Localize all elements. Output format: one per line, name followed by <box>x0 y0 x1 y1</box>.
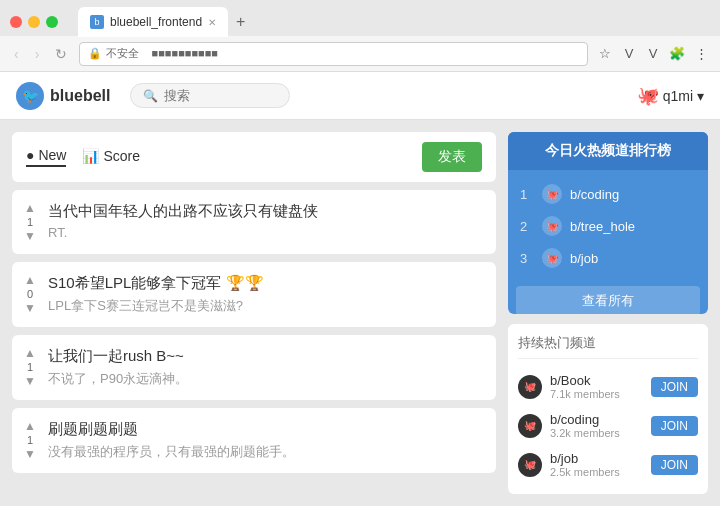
post-content: 让我们一起rush B~~ 不说了，P90永远滴神。 <box>48 347 484 388</box>
channel-icon: 🐙 <box>542 248 562 268</box>
vote-count: 1 <box>27 216 33 228</box>
trending-name: b/coding <box>570 187 619 202</box>
channel-item: 🐙 b/Book 7.1k members JOIN <box>518 367 698 406</box>
tab-title: bluebell_frontend <box>110 15 202 29</box>
channel-name[interactable]: b/coding <box>550 412 643 427</box>
channels-title: 持续热门频道 <box>518 334 698 359</box>
post-title[interactable]: 让我们一起rush B~~ <box>48 347 484 366</box>
upvote-button[interactable]: ▲ <box>24 202 36 214</box>
url-bar[interactable]: 🔒 不安全 ■■■■■■■■■■ <box>79 42 588 66</box>
post-subtitle: RT. <box>48 225 484 240</box>
post-title[interactable]: 刷题刷题刷题 <box>48 420 484 439</box>
search-input[interactable] <box>164 88 277 103</box>
post-subtitle: 没有最强的程序员，只有最强的刷题能手。 <box>48 443 484 461</box>
traffic-lights <box>10 16 58 28</box>
channel-avatar: 🐙 <box>518 414 542 438</box>
post-button[interactable]: 发表 <box>422 142 482 172</box>
post-composer: ● New 📊 Score 发表 <box>12 132 496 182</box>
post-content: 刷题刷题刷题 没有最强的程序员，只有最强的刷题能手。 <box>48 420 484 461</box>
close-button[interactable] <box>10 16 22 28</box>
join-button[interactable]: JOIN <box>651 377 698 397</box>
tab-close-icon[interactable]: ✕ <box>208 17 216 28</box>
post-card: ▲ 1 ▼ 当代中国年轻人的出路不应该只有键盘侠 RT. <box>12 190 496 254</box>
channel-name[interactable]: b/job <box>550 451 643 466</box>
new-tab[interactable]: ● New <box>26 147 66 167</box>
trending-header: 今日火热频道排行榜 <box>508 132 708 170</box>
extensions-icon[interactable]: V <box>620 45 638 63</box>
upvote-button[interactable]: ▲ <box>24 274 36 286</box>
app-header: 🐦 bluebell 🔍 🐙 q1mi ▾ <box>0 72 720 120</box>
trending-rank: 3 <box>520 251 534 266</box>
new-tab-button[interactable]: + <box>228 7 253 37</box>
star-icon[interactable]: ☆ <box>596 45 614 63</box>
trending-card: 今日火热频道排行榜 1 🐙 b/coding 2 🐙 b/tree_hole 3… <box>508 132 708 314</box>
reload-button[interactable]: ↻ <box>51 44 71 64</box>
composer-tabs: ● New 📊 Score <box>26 147 140 167</box>
upvote-button[interactable]: ▲ <box>24 420 36 432</box>
channel-info: b/Book 7.1k members <box>550 373 643 400</box>
profile-icon[interactable]: V <box>644 45 662 63</box>
dropdown-icon[interactable]: ▾ <box>697 88 704 104</box>
navigation-bar: ‹ › ↻ 🔒 不安全 ■■■■■■■■■■ ☆ V V 🧩 ⋮ <box>0 36 720 72</box>
forward-button[interactable]: › <box>31 44 44 64</box>
lock-icon: 🔒 <box>88 47 102 60</box>
vote-count: 1 <box>27 361 33 373</box>
minimize-button[interactable] <box>28 16 40 28</box>
vote-column: ▲ 0 ▼ <box>20 274 40 315</box>
new-tab-label: New <box>38 147 66 163</box>
trending-item[interactable]: 3 🐙 b/job <box>508 242 708 274</box>
downvote-button[interactable]: ▼ <box>24 375 36 387</box>
app-logo: 🐦 bluebell <box>16 82 110 110</box>
vote-count: 1 <box>27 434 33 446</box>
maximize-button[interactable] <box>46 16 58 28</box>
trending-name: b/tree_hole <box>570 219 635 234</box>
trending-item[interactable]: 1 🐙 b/coding <box>508 178 708 210</box>
new-dot-icon: ● <box>26 147 34 163</box>
post-card: ▲ 1 ▼ 让我们一起rush B~~ 不说了，P90永远滴神。 <box>12 335 496 400</box>
search-box[interactable]: 🔍 <box>130 83 290 108</box>
score-tab[interactable]: 📊 Score <box>82 148 140 166</box>
title-bar: b bluebell_frontend ✕ + <box>0 0 720 36</box>
upvote-button[interactable]: ▲ <box>24 347 36 359</box>
trending-list: 1 🐙 b/coding 2 🐙 b/tree_hole 3 🐙 b/job <box>508 170 708 282</box>
tab-favicon: b <box>90 15 104 29</box>
view-all-button[interactable]: 查看所有 <box>516 286 700 314</box>
logo-icon: 🐦 <box>16 82 44 110</box>
channel-info: b/job 2.5k members <box>550 451 643 478</box>
downvote-button[interactable]: ▼ <box>24 302 36 314</box>
channel-icon: 🐙 <box>542 184 562 204</box>
header-right: 🐙 q1mi ▾ <box>637 85 704 107</box>
channel-name[interactable]: b/Book <box>550 373 643 388</box>
back-button[interactable]: ‹ <box>10 44 23 64</box>
downvote-button[interactable]: ▼ <box>24 448 36 460</box>
left-panel: ● New 📊 Score 发表 ▲ 1 ▼ 当代中国年轻人的出 <box>12 132 496 494</box>
app-name: bluebell <box>50 87 110 105</box>
main-content: ● New 📊 Score 发表 ▲ 1 ▼ 当代中国年轻人的出 <box>0 120 720 506</box>
downvote-button[interactable]: ▼ <box>24 230 36 242</box>
user-info[interactable]: 🐙 q1mi ▾ <box>637 85 704 107</box>
score-tab-label: Score <box>103 148 140 164</box>
trending-item[interactable]: 2 🐙 b/tree_hole <box>508 210 708 242</box>
join-button[interactable]: JOIN <box>651 416 698 436</box>
channels-card: 持续热门频道 🐙 b/Book 7.1k members JOIN 🐙 b/co… <box>508 324 708 494</box>
post-title[interactable]: 当代中国年轻人的出路不应该只有键盘侠 <box>48 202 484 221</box>
trending-name: b/job <box>570 251 598 266</box>
nav-actions: ☆ V V 🧩 ⋮ <box>596 45 710 63</box>
menu-icon[interactable]: ⋮ <box>692 45 710 63</box>
browser-tab[interactable]: b bluebell_frontend ✕ <box>78 7 228 37</box>
puzzle-icon[interactable]: 🧩 <box>668 45 686 63</box>
vote-column: ▲ 1 ▼ <box>20 420 40 461</box>
channel-avatar: 🐙 <box>518 375 542 399</box>
channel-info: b/coding 3.2k members <box>550 412 643 439</box>
channel-icon: 🐙 <box>542 216 562 236</box>
join-button[interactable]: JOIN <box>651 455 698 475</box>
channel-item: 🐙 b/coding 3.2k members JOIN <box>518 406 698 445</box>
channel-item: 🐙 b/job 2.5k members JOIN <box>518 445 698 484</box>
post-title[interactable]: S10希望LPL能够拿下冠军 🏆🏆 <box>48 274 484 293</box>
post-card: ▲ 0 ▼ S10希望LPL能够拿下冠军 🏆🏆 LPL拿下S赛三连冠岂不是美滋滋… <box>12 262 496 327</box>
vote-count: 0 <box>27 288 33 300</box>
github-icon: 🐙 <box>637 85 659 107</box>
post-subtitle: 不说了，P90永远滴神。 <box>48 370 484 388</box>
channel-avatar: 🐙 <box>518 453 542 477</box>
post-subtitle: LPL拿下S赛三连冠岂不是美滋滋? <box>48 297 484 315</box>
